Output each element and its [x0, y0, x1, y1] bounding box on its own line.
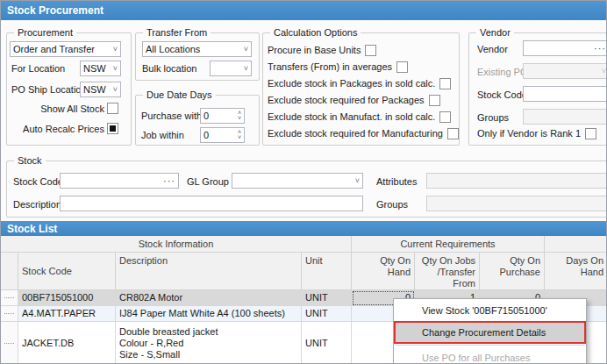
spin-down-icon[interactable]: ˅: [238, 116, 241, 121]
vendor-rank-option: Only if Vendor is Rank 1: [477, 126, 596, 140]
menu-item-use-po-for-all-purchases: Use PO for all Purchases: [394, 346, 586, 364]
job-within-spinner[interactable]: 0 ˄˅: [200, 127, 245, 143]
row-handle-icon: [4, 297, 14, 298]
menu-item-change-procurement-details[interactable]: Change Procurement Details: [394, 321, 586, 344]
vendor-field[interactable]: ···: [523, 40, 607, 56]
option-label: Exclude stock required for Packages: [268, 95, 425, 105]
option-exclude-manufact-sold: Exclude stock in Manufact. in sold calc.: [268, 110, 451, 124]
attributes-field: [426, 173, 607, 189]
column-header-stock-code[interactable]: Stock Code: [18, 253, 116, 290]
vendor-stock-code-field[interactable]: [523, 86, 607, 102]
option-label: Exclude stock in Packages in sold calc.: [268, 78, 435, 89]
stock-code-label: Stock Code: [13, 176, 63, 188]
for-location-value: NSW: [83, 63, 106, 74]
column-header-unit[interactable]: Unit: [302, 253, 352, 290]
spin-down-icon[interactable]: ˅: [238, 135, 241, 140]
procurement-mode-select[interactable]: Order and Transfer ˅: [10, 41, 121, 57]
exclude-manufact-sold-checkbox[interactable]: [439, 111, 451, 123]
procurement-group-label: Procurement: [14, 27, 76, 39]
purchase-within-spinner[interactable]: 0 ˄˅: [200, 108, 245, 124]
stock-groups-label: Groups: [376, 199, 408, 211]
job-within-value: 0: [204, 130, 209, 140]
chevron-down-icon: ˅: [602, 68, 606, 75]
vendor-stock-code-label: Stock Code: [477, 89, 527, 101]
checkbox-mark: [110, 125, 116, 132]
chevron-down-icon: ˅: [113, 65, 118, 73]
cell-unit[interactable]: UNIT: [302, 290, 352, 306]
option-label: Exclude stock in Manufact. in sold calc.: [268, 111, 435, 122]
for-location-select[interactable]: NSW ˅: [80, 61, 121, 76]
row-handle-icon: [4, 343, 14, 344]
column-header-qty-on-purchase[interactable]: Qty On Purchase: [480, 253, 545, 290]
stock-list-title: Stock List: [7, 223, 57, 235]
vendor-rank-checkbox[interactable]: [585, 128, 596, 139]
job-within-label: Job within: [141, 130, 184, 141]
cell-stock-code[interactable]: 00BF715051000: [18, 290, 116, 306]
attributes-label: Attributes: [376, 176, 417, 188]
vendor-groups-field: [523, 109, 607, 125]
show-all-stock-checkbox[interactable]: [107, 103, 118, 114]
option-exclude-required-packages: Exclude stock required for Packages: [268, 93, 440, 107]
show-all-stock-label: Show All Stock: [11, 103, 104, 115]
exclude-packages-sold-checkbox[interactable]: [439, 78, 451, 89]
row-indicator[interactable]: [1, 306, 18, 322]
band-empty: [545, 236, 607, 253]
column-header-qty-on-jobs[interactable]: Qty On Jobs /Transfer From: [415, 253, 480, 290]
exclude-required-packages-checkbox[interactable]: [429, 95, 440, 106]
column-header-indicator: [1, 253, 18, 290]
grid-band-row: Stock Information Current Requirements: [1, 236, 606, 253]
cell-description[interactable]: IJ84 Paper Matt White A4 (100 sheets): [116, 306, 302, 322]
calculation-options-group-label: Calculation Options: [270, 27, 361, 39]
option-exclude-packages-sold: Exclude stock in Packages in sold calc.: [268, 76, 451, 90]
stock-group-label: Stock: [14, 155, 46, 167]
option-label: Procure in Base Units: [268, 45, 361, 55]
window-title: Stock Procurement: [7, 4, 104, 17]
chevron-down-icon: ˅: [113, 46, 118, 54]
band-current-requirements: Current Requirements: [352, 236, 545, 253]
option-label: Exclude stock required for Manufacturing: [268, 128, 443, 139]
stock-procurement-window: Stock Procurement Procurement Order and …: [0, 0, 607, 364]
existing-po-label: Existing PO: [477, 67, 527, 78]
column-header-qty-on-hand[interactable]: Qty On Hand: [352, 253, 415, 290]
menu-item-view-stock[interactable]: View Stock '00BF715051000': [394, 299, 586, 321]
transfer-from-group-label: Transfer From: [143, 27, 211, 39]
grid-header-row: Stock Code Description Unit Qty On Hand …: [1, 253, 606, 290]
cell-unit[interactable]: UNIT: [302, 322, 352, 364]
stock-list-header: Stock List: [1, 221, 606, 236]
context-menu: View Stock '00BF715051000' Change Procur…: [393, 298, 587, 364]
transfers-averages-checkbox[interactable]: [396, 61, 408, 73]
exclude-required-manufacturing-checkbox[interactable]: [447, 128, 459, 139]
description-field[interactable]: [60, 196, 363, 211]
ellipsis-icon[interactable]: ···: [163, 175, 175, 186]
stock-groups-field: [426, 196, 607, 211]
ellipsis-icon[interactable]: ···: [594, 43, 606, 54]
gl-group-select[interactable]: ˅: [232, 173, 363, 189]
cell-unit[interactable]: UNIT: [302, 306, 352, 322]
auto-recalc-prices-checkbox[interactable]: [107, 123, 118, 134]
purchase-within-value: 0: [204, 111, 209, 121]
procure-base-units-checkbox[interactable]: [365, 45, 376, 56]
chevron-down-icon: ˅: [113, 86, 118, 94]
menu-separator: [396, 345, 584, 346]
column-header-days-on-hand[interactable]: Days On Hand: [545, 253, 607, 290]
row-handle-icon: [4, 313, 14, 314]
option-transfers-averages: Transfers (From) in averages: [268, 60, 408, 74]
row-indicator[interactable]: [1, 322, 18, 364]
cell-description[interactable]: CR802A Motor: [116, 290, 302, 306]
stock-code-field[interactable]: ···: [60, 173, 179, 189]
bulk-location-select[interactable]: ˅: [210, 61, 252, 76]
po-ship-location-select[interactable]: NSW ˅: [80, 82, 121, 97]
band-stock-information: Stock Information: [1, 236, 352, 253]
gl-group-label: GL Group: [187, 176, 229, 188]
window-titlebar: Stock Procurement: [1, 1, 606, 20]
cell-description[interactable]: Double breasted jacket Colour - R,Red Si…: [116, 322, 302, 364]
row-indicator[interactable]: [1, 290, 18, 306]
cell-stock-code[interactable]: A4.MATT.PAPER: [18, 306, 116, 322]
transfer-from-location-select[interactable]: All Locations ˅: [142, 41, 252, 57]
po-ship-location-label: PO Ship Location: [11, 84, 87, 96]
column-header-description[interactable]: Description: [116, 253, 302, 290]
option-exclude-required-manufacturing: Exclude stock required for Manufacturing: [268, 126, 459, 140]
cell-stock-code[interactable]: JACKET.DB: [18, 322, 116, 364]
vendor-rank-label: Only if Vendor is Rank 1: [477, 128, 581, 139]
vendor-group-label: Vendor: [476, 27, 514, 39]
